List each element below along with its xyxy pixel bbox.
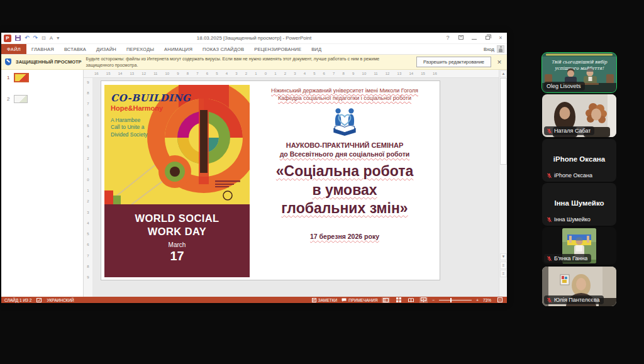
slide[interactable]: CO-BUILDING Hope&Harmony A Harambee Call…: [101, 80, 440, 280]
shield-icon: [5, 58, 11, 65]
video-tile-inna-shumeiko[interactable]: Інна Шумейко Інна Шумейко: [542, 183, 616, 226]
undo-icon[interactable]: ↶: [25, 34, 30, 42]
banner-close-icon[interactable]: ✕: [496, 59, 503, 65]
normal-view-button[interactable]: [382, 297, 390, 303]
quick-access-toolbar: P ↶ ↷ ⊡ A ▾: [1, 34, 59, 42]
close-icon[interactable]: ×: [497, 34, 504, 41]
ribbon-tab[interactable]: ВИД: [306, 44, 326, 54]
ribbon-tab[interactable]: ПЕРЕХОДЫ: [121, 44, 159, 54]
ruler-number: 10: [165, 72, 170, 75]
video-tile-bianka-hanna[interactable]: Б'янка Ганна: [542, 227, 616, 265]
ruler-number: 2: [245, 72, 247, 75]
poster-day: 17: [104, 249, 250, 263]
seminar-occasion: до Всесвітнього дня соціальної роботи: [255, 150, 434, 158]
ribbon-tab[interactable]: АНИМАЦИЯ: [159, 44, 197, 54]
thumbnail-number: 1: [7, 75, 11, 80]
ribbon-tab[interactable]: ВСТАВКА: [59, 44, 91, 54]
participant-name-label: Б'янка Ганна: [544, 254, 591, 263]
ribbon-tab[interactable]: РЕЦЕНЗИРОВАНИЕ: [249, 44, 306, 54]
seminar-date: 17 березня 2026 року: [255, 233, 434, 240]
ruler-number: 2: [87, 199, 89, 203]
thumbnail-preview[interactable]: [14, 73, 29, 82]
thumbnail-preview[interactable]: [14, 95, 28, 103]
muted-mic-icon: [547, 256, 552, 262]
thumbnail-slide-2[interactable]: 2: [7, 95, 28, 103]
spellcheck-icon[interactable]: [36, 298, 42, 302]
previous-slide-icon[interactable]: ≡: [500, 262, 507, 269]
scrollbar-thumb[interactable]: [500, 78, 507, 165]
account-avatar[interactable]: [497, 45, 504, 53]
ruler-number: 16: [433, 72, 437, 75]
protected-view-label: ЗАЩИЩЕННЫЙ ПРОСМОТР: [16, 59, 82, 65]
language-indicator[interactable]: УКРАИНСКИЙ: [47, 298, 74, 302]
ruler-number: 12: [386, 72, 390, 75]
poster-subtitle: Hope&Harmony: [111, 104, 191, 112]
powerpoint-window: P ↶ ↷ ⊡ A ▾ 18.03.2025 [Защищенный просм…: [1, 33, 507, 303]
ruler-number: 5: [87, 124, 89, 128]
department-name: Кафедра соціальної педагогіки і соціальн…: [255, 95, 434, 102]
poster-footer-line1: WORLD SOCIAL: [104, 212, 250, 225]
ribbon-tab[interactable]: ГЛАВНАЯ: [26, 44, 59, 54]
ribbon-tab[interactable]: ПОКАЗ СЛАЙДОВ: [197, 44, 249, 54]
zoom-out-icon[interactable]: −: [432, 298, 435, 302]
ruler-number: 6: [87, 243, 89, 246]
powerpoint-logo-icon[interactable]: P: [4, 34, 11, 42]
participant-display-name: iPhone Оксана: [542, 155, 616, 163]
next-slide-icon[interactable]: ≡: [500, 270, 507, 277]
fit-slide-button[interactable]: [496, 297, 504, 303]
ruler-number: 9: [352, 72, 354, 75]
zoom-level[interactable]: 73%: [483, 298, 491, 302]
vertical-scrollbar[interactable]: ▲ ▼ ≡ ≡: [499, 70, 507, 297]
scroll-down-icon[interactable]: ▼: [500, 253, 507, 260]
restore-icon[interactable]: [484, 34, 491, 41]
status-bar: СЛАЙД 1 ИЗ 2 УКРАИНСКИЙ ЗАМЕТКИ ПРИМЕЧАН…: [1, 297, 507, 303]
save-icon[interactable]: [15, 34, 21, 42]
zoom-slider[interactable]: [439, 300, 472, 301]
notes-toggle[interactable]: ЗАМЕТКИ: [312, 298, 337, 302]
slide-thumbnail-panel: 1 2: [1, 70, 84, 297]
ruler-number: 9: [87, 275, 89, 279]
ruler-number: 12: [142, 72, 146, 75]
thumbnail-slide-1[interactable]: 1: [7, 73, 29, 82]
video-tile-natalia-sabat[interactable]: Наталя Сабат: [542, 94, 616, 137]
poster-footer: WORLD SOCIAL WORK DAY March 17: [104, 204, 250, 277]
minimize-icon[interactable]: [470, 34, 478, 41]
ruler-number: 14: [118, 72, 123, 75]
redo-icon[interactable]: ↷: [33, 34, 38, 42]
ribbon-tab[interactable]: ДИЗАЙН: [91, 44, 121, 54]
vertical-ruler: 9876543210123456789: [84, 78, 92, 297]
zoom-slider-knob[interactable]: [450, 298, 452, 302]
ruler-number: 0: [87, 178, 89, 182]
tab-file[interactable]: ФАЙЛ: [1, 44, 26, 54]
ruler-number: 1: [274, 72, 276, 75]
qat-dropdown-icon[interactable]: ▾: [57, 34, 59, 42]
participant-name-label: Наталя Сабат: [544, 126, 594, 135]
comments-toggle[interactable]: ПРИМЕЧАНИЯ: [341, 298, 377, 302]
muted-mic-icon: [547, 173, 552, 179]
help-icon[interactable]: ?: [444, 34, 452, 41]
ruler-number: 1: [87, 189, 89, 192]
video-tile-yulia-pantelieieva[interactable]: Юлія Пантелєєва: [542, 267, 616, 306]
ribbon-options-icon[interactable]: [457, 34, 465, 41]
scroll-up-icon[interactable]: ▲: [500, 70, 507, 77]
ruler-number: 16: [94, 72, 99, 75]
seminar-title: «Соціальна робота в умовах глобальних зм…: [255, 162, 434, 218]
slide-sorter-view-button[interactable]: [394, 297, 402, 303]
ruler-number: 5: [87, 232, 89, 236]
video-tile-oleg-lisovets[interactable]: Твій сьогоднішній вибір успішного майбут…: [542, 53, 616, 92]
ruler-number: 7: [87, 102, 89, 106]
sign-in-link[interactable]: Вход: [484, 44, 494, 54]
ruler-number: 0: [265, 72, 267, 75]
slide-canvas[interactable]: CO-BUILDING Hope&Harmony A Harambee Call…: [92, 78, 499, 297]
reading-view-button[interactable]: [407, 297, 415, 303]
zoom-in-icon[interactable]: +: [476, 298, 479, 302]
ruler-number: 4: [87, 135, 89, 138]
video-tile-iphone-oksana[interactable]: iPhone Оксана iPhone Оксана: [542, 139, 616, 182]
slideshow-view-button[interactable]: [419, 297, 428, 303]
poster-art: CO-BUILDING Hope&Harmony A Harambee Call…: [104, 85, 250, 204]
ruler-number: 1: [87, 167, 89, 171]
enable-editing-button[interactable]: Разрешить редактирование: [416, 57, 491, 67]
font-style-icon[interactable]: A: [50, 34, 53, 42]
start-slideshow-icon[interactable]: ⊡: [42, 34, 46, 42]
ruler-number: 13: [397, 72, 402, 75]
